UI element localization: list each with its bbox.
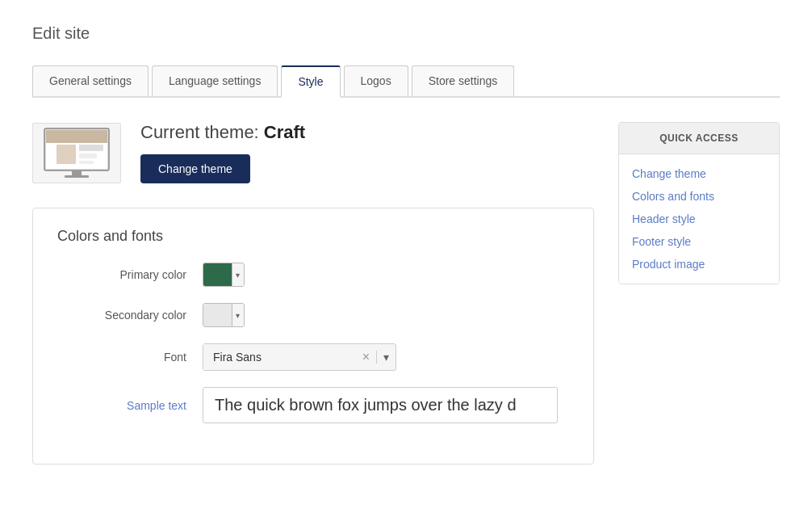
tab-style[interactable]: Style [281,65,340,98]
sample-text-row: Sample text The quick brown fox jumps ov… [57,387,569,423]
page-title: Edit site [32,24,780,43]
tab-general[interactable]: General settings [32,65,149,96]
quick-access-sidebar: QUICK ACCESS Change theme Colors and fon… [618,122,780,465]
colors-fonts-title: Colors and fonts [57,228,569,245]
svg-rect-5 [79,153,97,158]
font-clear-button[interactable]: × [356,351,376,364]
quick-access-product-image[interactable]: Product image [632,253,766,275]
theme-preview [32,123,121,183]
svg-rect-2 [46,130,107,143]
primary-color-swatch[interactable] [203,263,232,286]
primary-color-label: Primary color [57,268,203,281]
change-theme-button[interactable]: Change theme [140,154,250,183]
quick-access-box: QUICK ACCESS Change theme Colors and fon… [618,122,780,284]
sample-text-label: Sample text [57,399,203,412]
tabs-nav: General settings Language settings Style… [32,65,780,98]
svg-rect-7 [72,170,82,176]
secondary-color-label: Secondary color [57,309,203,322]
font-label: Font [57,351,203,364]
main-content: Current theme: Craft Change theme Colors… [32,122,594,465]
quick-access-title: QUICK ACCESS [619,123,779,154]
theme-section: Current theme: Craft Change theme [32,122,594,183]
svg-rect-6 [79,161,94,164]
font-row: Font Fira Sans × ▾ [57,343,569,371]
current-theme-label: Current theme: Craft [140,122,305,143]
colors-fonts-box: Colors and fonts Primary color ▾ Seconda… [32,208,594,465]
secondary-color-picker[interactable]: ▾ [203,303,245,327]
secondary-color-arrow[interactable]: ▾ [232,304,244,326]
quick-access-footer-style[interactable]: Footer style [632,230,766,253]
font-select[interactable]: Fira Sans × ▾ [203,343,396,371]
quick-access-change-theme[interactable]: Change theme [632,162,766,185]
primary-color-picker[interactable]: ▾ [203,263,245,287]
font-value: Fira Sans [203,344,356,370]
svg-rect-4 [79,145,103,151]
sample-text-value: The quick brown fox jumps over the lazy … [203,387,558,423]
theme-info: Current theme: Craft Change theme [140,122,305,183]
tab-language[interactable]: Language settings [152,65,278,96]
quick-access-links: Change theme Colors and fonts Header sty… [619,154,779,284]
monitor-icon [40,127,113,179]
svg-rect-8 [65,175,89,178]
svg-rect-3 [57,145,76,164]
font-dropdown-arrow[interactable]: ▾ [376,351,396,364]
secondary-color-swatch[interactable] [203,304,232,326]
quick-access-colors-fonts[interactable]: Colors and fonts [632,185,766,208]
secondary-color-row: Secondary color ▾ [57,303,569,327]
primary-color-arrow[interactable]: ▾ [232,263,244,286]
primary-color-row: Primary color ▾ [57,263,569,287]
tab-logos[interactable]: Logos [344,65,408,96]
tab-store[interactable]: Store settings [412,65,515,96]
quick-access-header-style[interactable]: Header style [632,208,766,230]
